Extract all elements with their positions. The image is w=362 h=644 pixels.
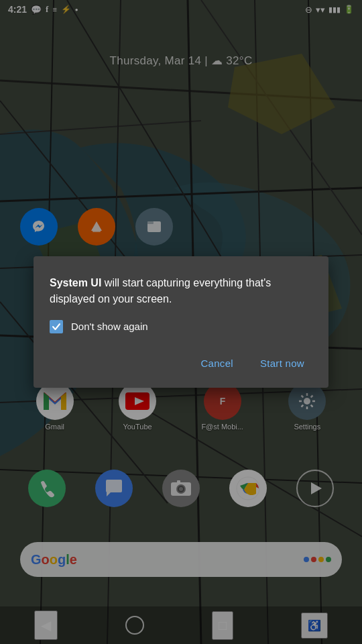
dont-show-row[interactable]: Don't show again — [50, 320, 312, 333]
dialog-message: System UI will start capturing everythin… — [50, 275, 312, 306]
dialog-app-name: System UI — [50, 277, 101, 288]
dont-show-checkbox[interactable] — [50, 320, 63, 333]
dialog-overlay: System UI will start capturing everythin… — [0, 0, 362, 644]
dialog-buttons: Cancel Start now — [50, 352, 312, 374]
cancel-button[interactable]: Cancel — [192, 352, 241, 374]
start-now-button[interactable]: Start now — [252, 352, 312, 374]
dont-show-label: Don't show again — [71, 321, 148, 332]
system-ui-dialog: System UI will start capturing everythin… — [34, 256, 328, 387]
